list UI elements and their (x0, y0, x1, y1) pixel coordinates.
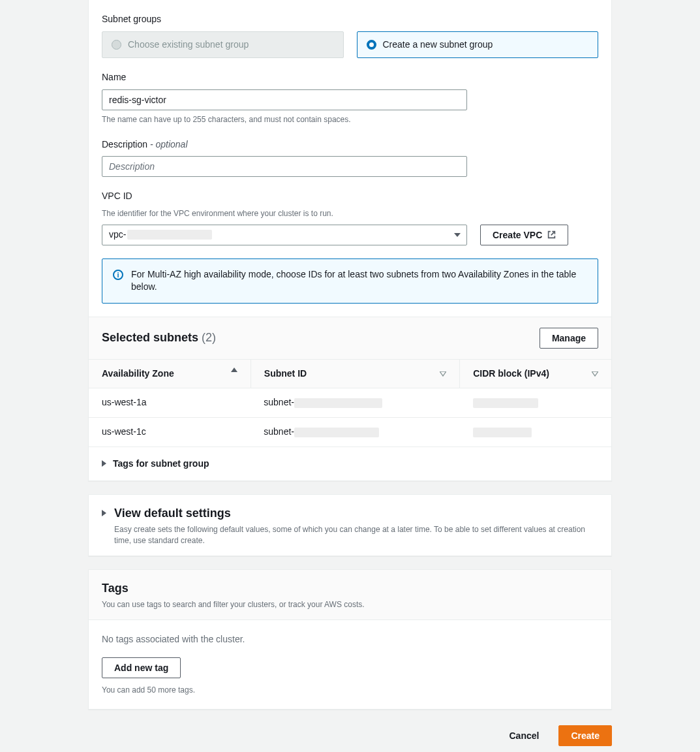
redacted-text (473, 428, 532, 437)
col-cidr[interactable]: CIDR block (IPv4) (460, 360, 611, 388)
selected-subnets-title: Selected subnets (2) (102, 330, 216, 346)
cell-cidr (460, 388, 611, 418)
subnet-group-create-radio[interactable]: Create a new subnet group (357, 31, 599, 59)
multi-az-info-alert: i For Multi-AZ high availability mode, c… (102, 258, 598, 304)
view-default-settings-toggle[interactable]: View default settings Easy create sets t… (89, 495, 611, 556)
col-subnet-id[interactable]: Subnet ID (251, 360, 459, 388)
create-vpc-button[interactable]: Create VPC (480, 225, 568, 245)
manage-subnets-button[interactable]: Manage (540, 328, 598, 349)
alert-text: For Multi-AZ high availability mode, cho… (131, 268, 587, 294)
vpc-label: VPC ID (102, 190, 598, 203)
form-footer: Cancel Create (88, 723, 612, 746)
cell-subnet-id: subnet- (251, 388, 459, 418)
table-row: us-west-1c subnet- (89, 417, 611, 446)
tags-empty-text: No tags associated with the cluster. (102, 633, 598, 646)
name-field: Name The name can have up to 255 charact… (102, 71, 598, 125)
name-label: Name (102, 71, 598, 84)
radio-label: Choose existing subnet group (128, 39, 249, 52)
cell-az: us-west-1c (89, 417, 251, 446)
name-hint: The name can have up to 255 characters, … (102, 114, 598, 125)
description-label: Description - optional (102, 138, 598, 151)
selected-subnets-header: Selected subnets (2) Manage (89, 317, 611, 360)
redacted-text (127, 230, 212, 240)
caret-right-icon (102, 510, 106, 516)
info-icon: i (113, 270, 123, 280)
table-row: us-west-1a subnet- (89, 388, 611, 418)
redacted-text (294, 428, 379, 437)
description-input[interactable] (102, 156, 467, 177)
tags-panel: Tags You can use tags to search and filt… (88, 569, 612, 710)
subnet-group-existing-radio: Choose existing subnet group (102, 31, 344, 59)
vpc-hint: The identifier for the VPC environment w… (102, 208, 598, 219)
cell-az: us-west-1a (89, 388, 251, 418)
cancel-button[interactable]: Cancel (497, 725, 551, 746)
cell-subnet-id: subnet- (251, 417, 459, 446)
subnet-groups-field: Subnet groups Choose existing subnet gro… (102, 13, 598, 58)
radio-icon (367, 40, 376, 50)
caret-right-icon (102, 460, 106, 467)
col-availability-zone[interactable]: Availability Zone (89, 360, 251, 388)
external-link-icon (547, 230, 556, 239)
subnet-groups-label: Subnet groups (102, 13, 598, 26)
radio-label: Create a new subnet group (383, 39, 493, 52)
vpc-value-prefix: vpc- (109, 228, 126, 242)
tags-remaining-hint: You can add 50 more tags. (102, 685, 598, 696)
vpc-field: VPC ID The identifier for the VPC enviro… (102, 190, 598, 245)
redacted-text (294, 398, 382, 408)
sort-icon (592, 368, 598, 381)
add-new-tag-button[interactable]: Add new tag (102, 657, 181, 678)
name-input[interactable] (102, 89, 467, 110)
tags-title: Tags (102, 580, 598, 597)
chevron-down-icon (454, 233, 461, 237)
redacted-text (473, 398, 538, 408)
view-default-settings-title: View default settings (114, 505, 597, 522)
tags-for-subnet-group-toggle[interactable]: Tags for subnet group (89, 446, 611, 481)
vpc-select[interactable]: vpc- (102, 225, 467, 245)
view-default-settings-panel: View default settings Easy create sets t… (88, 494, 612, 556)
selected-subnets-table: Availability Zone Subnet ID CIDR block (… (89, 360, 611, 446)
view-default-settings-desc: Easy create sets the following default v… (114, 524, 597, 546)
create-button[interactable]: Create (558, 725, 612, 746)
cell-cidr (460, 417, 611, 446)
sort-icon (440, 368, 446, 381)
description-field: Description - optional (102, 138, 598, 178)
sort-ascending-icon (231, 368, 237, 372)
tags-desc: You can use tags to search and filter yo… (102, 599, 598, 610)
radio-icon (112, 40, 121, 50)
